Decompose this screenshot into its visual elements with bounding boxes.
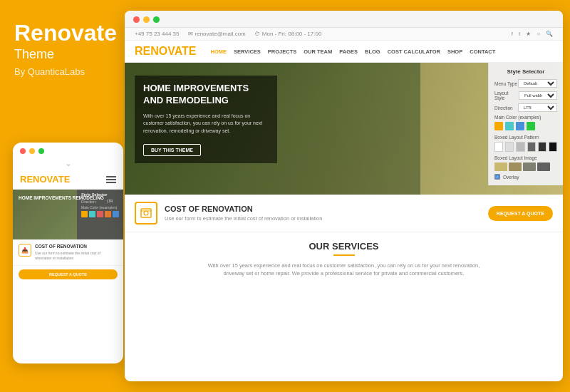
ss-overlay-checkbox[interactable]: ✓ (494, 174, 500, 180)
hero-title: HOME IMPROVEMENTS AND REMODELING (143, 83, 269, 107)
services-section: OUR SERVICES With over 15 years experien… (125, 232, 563, 285)
mobile-hero: HOME IMPROVEMENTS REMODELING Style Selec… (13, 190, 123, 239)
ss-pattern-2[interactable] (505, 142, 514, 152)
nav-cost-calculator[interactable]: COST CALCULATOR (388, 48, 440, 55)
ss-pattern-4[interactable] (527, 142, 536, 152)
dribbble-icon[interactable]: ○ (537, 31, 540, 37)
ss-color-4[interactable] (527, 122, 535, 130)
dt-dot-green (153, 16, 160, 23)
ss-img-3[interactable] (523, 163, 536, 171)
cost-section: COST OF RENOVATION Use our form to estim… (125, 195, 563, 232)
site-nav: RENOVATE HOME SERVICES PROJECTS OUR TEAM… (125, 41, 563, 63)
mobile-chevron-icon: ⌄ (13, 157, 123, 171)
ss-pattern-3[interactable] (516, 142, 524, 152)
ss-direction-label: Direction (494, 105, 513, 110)
ss-menu-type-label: Menu Type (494, 81, 517, 86)
facebook-icon[interactable]: f (512, 31, 513, 37)
ss-pattern-5[interactable] (538, 142, 546, 152)
mobile-swatch-1[interactable] (81, 211, 88, 217)
ss-overlay-label: Overlay (503, 175, 519, 180)
mobile-traffic-lights (13, 143, 123, 157)
cost-text: COST OF RENOVATION Use our form to estim… (165, 205, 481, 222)
ss-color-2[interactable] (505, 122, 514, 130)
ss-menu-type-row: Menu Type Default (494, 79, 557, 88)
dt-dot-red (133, 16, 140, 23)
site-hero: HOME IMPROVEMENTS AND REMODELING With ov… (125, 63, 563, 195)
svg-rect-0 (141, 209, 151, 217)
hero-buy-button[interactable]: BUY THIS THEME (143, 144, 201, 156)
nav-contact[interactable]: CONTACT (470, 48, 495, 55)
nav-home[interactable]: HOME (211, 48, 227, 55)
services-title: OUR SERVICES (135, 241, 553, 252)
nav-services[interactable]: SERVICES (234, 48, 261, 55)
topbar-left: +49 75 23 444 35 ✉ renovate@mail.com ⏱ M… (135, 31, 321, 37)
ss-color-1[interactable] (494, 122, 503, 130)
ss-img-4[interactable] (537, 163, 550, 171)
ss-pattern-section: Boxed Layout Pattern (494, 135, 557, 152)
mobile-swatch-5[interactable] (113, 211, 119, 217)
mobile-request-btn[interactable]: REQUEST A QUOTE (19, 269, 118, 279)
ss-layout-select[interactable]: Full width (519, 91, 557, 100)
mobile-mockup: ⌄ RENOVATE HOME IMPROVEMENTS REMODELING … (13, 143, 123, 363)
mobile-dot-green (38, 148, 44, 154)
nav-projects[interactable]: PROJECTS (268, 48, 296, 55)
dt-dot-yellow (143, 16, 150, 23)
cost-icon (135, 202, 157, 225)
cost-request-button[interactable]: REQUEST A QUOTE (488, 206, 553, 221)
ss-pattern-swatches (494, 142, 557, 152)
mobile-cost-icon: 📥 (19, 244, 31, 257)
ss-pattern-6[interactable] (549, 142, 557, 152)
nav-pages[interactable]: PAGES (339, 48, 358, 55)
ss-pattern-1[interactable] (494, 142, 503, 152)
ss-image-section: Boxed Layout Image (494, 155, 557, 171)
ss-menu-type-select[interactable]: Default (518, 79, 557, 88)
ss-image-swatches (494, 163, 557, 171)
mobile-cost-text: COST OF RENOVATION Use our form to estim… (35, 244, 118, 261)
mobile-swatch-4[interactable] (105, 211, 111, 217)
svg-point-1 (144, 211, 148, 215)
ss-color-3[interactable] (516, 122, 524, 130)
topbar-email: ✉ renovate@mail.com (188, 31, 246, 37)
ss-direction-row: Direction LTR (494, 103, 557, 112)
mobile-hero-text: HOME IMPROVEMENTS REMODELING (13, 190, 123, 207)
nav-shop[interactable]: SHOP (447, 48, 462, 55)
desktop-mockup: +49 75 23 444 35 ✉ renovate@mail.com ⏱ M… (125, 11, 563, 381)
clock-icon: ⏱ (254, 31, 260, 37)
desktop-traffic-lights (125, 11, 563, 28)
services-desc: With over 15 years experience and real f… (202, 262, 487, 278)
hero-content: HOME IMPROVEMENTS AND REMODELING With ov… (135, 76, 277, 169)
ss-color-section: Main Color (examples) (494, 115, 557, 130)
mobile-hero-title: HOME IMPROVEMENTS REMODELING (19, 195, 118, 201)
ss-img-1[interactable] (494, 163, 507, 171)
ss-layout-label: Layout Style (494, 91, 519, 100)
desktop-inner: +49 75 23 444 35 ✉ renovate@mail.com ⏱ M… (125, 28, 563, 381)
ss-img-2[interactable] (509, 163, 522, 171)
pinterest-icon[interactable]: ★ (526, 31, 531, 37)
nav-blog[interactable]: BLOG (365, 48, 380, 55)
twitter-icon[interactable]: t (519, 31, 520, 37)
mobile-dot-yellow (29, 148, 35, 154)
mobile-swatch-2[interactable] (89, 211, 95, 217)
mobile-cost-title: COST OF RENOVATION (35, 244, 118, 249)
nav-ourteam[interactable]: OUR TEAM (304, 48, 332, 55)
ss-image-label: Boxed Layout Image (494, 155, 557, 160)
email-icon: ✉ (188, 31, 193, 37)
ss-title: Style Selector (494, 68, 557, 75)
mobile-hamburger-icon[interactable] (106, 176, 116, 183)
cost-desc: Use our form to estimate the initial cos… (165, 215, 481, 222)
site-nav-links: HOME SERVICES PROJECTS OUR TEAM PAGES BL… (211, 48, 496, 55)
mobile-cost-desc: Use our form to estimate the initial cos… (35, 251, 118, 261)
mobile-swatch-3[interactable] (97, 211, 103, 217)
site-nav-logo[interactable]: RENOVATE (135, 45, 197, 58)
style-selector-panel: Style Selector Menu Type Default Layout … (488, 63, 563, 185)
topbar-right: f t ★ ○ 🔍 (512, 31, 553, 37)
ss-direction-select[interactable]: LTR (518, 103, 557, 112)
mobile-color-swatches (81, 211, 119, 217)
mobile-nav: RENOVATE (13, 171, 123, 190)
mobile-dot-red (20, 148, 26, 154)
mobile-cost-section: 📥 COST OF RENOVATION Use our form to est… (13, 239, 123, 266)
ss-color-swatches (494, 122, 557, 130)
search-icon[interactable]: 🔍 (546, 31, 553, 37)
ss-color-label: Main Color (examples) (494, 115, 557, 120)
ss-pattern-label: Boxed Layout Pattern (494, 135, 557, 140)
